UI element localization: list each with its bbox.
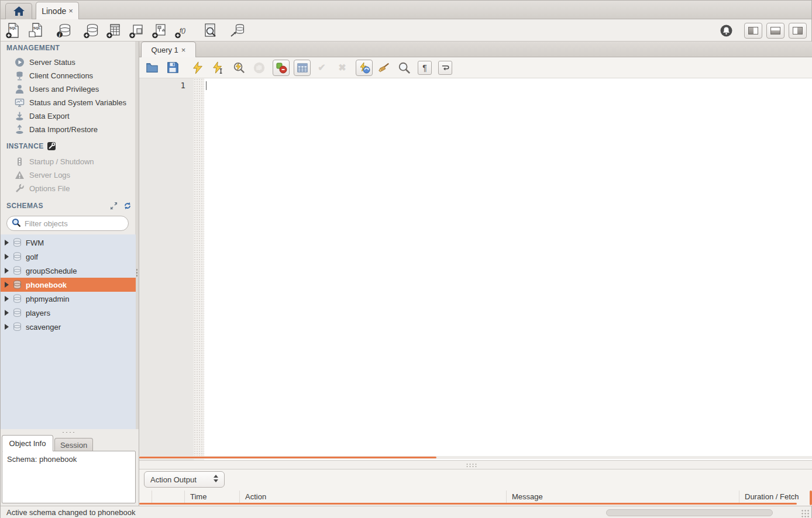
expander-icon[interactable] <box>5 324 9 330</box>
output-selector[interactable]: Action Output <box>144 471 225 488</box>
sidebar-item-options-file[interactable]: Options File <box>15 182 139 195</box>
sidebar-item-data-export[interactable]: Data Export <box>15 109 139 123</box>
toggle-right-sidebar-button[interactable] <box>789 23 807 39</box>
output-col-index[interactable] <box>152 491 185 504</box>
status-message: Active schema changed to phonebook <box>6 508 135 517</box>
close-connection-icon[interactable]: × <box>68 6 73 15</box>
notification-icon[interactable] <box>720 24 733 37</box>
schema-row-scavenger[interactable]: scavenger <box>1 320 136 334</box>
sql-editor[interactable]: 1 <box>139 78 812 460</box>
instance-header: INSTANCE <box>6 142 56 150</box>
bottom-scroll-thumb[interactable] <box>606 509 773 516</box>
object-info-panel: Schema: phonebook <box>2 451 136 503</box>
query-tab[interactable]: Query 1 × <box>141 42 196 57</box>
expander-icon[interactable] <box>5 282 9 288</box>
schema-icon <box>13 238 22 248</box>
limit-rows-toggle[interactable] <box>294 60 311 76</box>
expander-icon[interactable] <box>5 254 9 260</box>
sidebar-item-client-connections[interactable]: Client Connections <box>15 69 139 82</box>
open-sql-script-button[interactable]: SQL <box>28 22 44 39</box>
show-invisibles-button[interactable]: ¶ <box>418 61 432 75</box>
create-table-button[interactable] <box>106 22 122 39</box>
reconnect-dbms-button[interactable] <box>229 22 246 39</box>
schema-row-phpmyadmin[interactable]: phpmyadmin <box>1 292 136 306</box>
toggle-left-sidebar-button[interactable] <box>744 23 762 39</box>
schema-filter[interactable] <box>6 216 129 231</box>
tab-object-info[interactable]: Object Info <box>2 435 53 451</box>
data-export-icon <box>15 111 25 121</box>
new-sql-tab-button[interactable]: SQL <box>5 22 22 39</box>
left-panel-icon <box>748 27 758 34</box>
resize-grip-icon[interactable] <box>801 509 809 517</box>
output-hscroll-thumb[interactable] <box>139 503 797 505</box>
fold-margin <box>194 78 204 460</box>
server-status-icon <box>15 57 25 67</box>
expander-icon[interactable] <box>5 310 9 316</box>
output-vscroll-thumb[interactable] <box>810 491 812 505</box>
output-col-action[interactable]: Action <box>240 491 507 504</box>
editor-gutter: 1 <box>139 78 194 460</box>
search-table-data-button[interactable] <box>202 22 218 39</box>
open-file-button[interactable] <box>145 61 159 75</box>
autocommit-toggle[interactable] <box>356 60 373 76</box>
stop-button[interactable] <box>252 61 266 75</box>
stop-on-error-toggle[interactable] <box>273 60 290 76</box>
expander-icon[interactable] <box>5 296 9 302</box>
create-view-button[interactable] <box>129 22 145 39</box>
close-query-icon[interactable]: × <box>181 46 186 54</box>
schema-row-fwm[interactable]: FWM <box>1 236 136 250</box>
output-col-icon[interactable] <box>139 491 152 504</box>
editor-hscroll-track[interactable] <box>139 456 812 459</box>
sidebar-item-data-import[interactable]: Data Import/Restore <box>15 123 139 136</box>
text-caret <box>206 81 207 90</box>
schema-row-golf[interactable]: golf <box>1 250 136 264</box>
management-header: MANAGEMENT <box>6 44 60 52</box>
explain-button[interactable] <box>232 61 246 75</box>
system-variables-icon <box>15 98 25 108</box>
status-bar: Active schema changed to phonebook <box>1 506 811 518</box>
schema-row-players[interactable]: players <box>1 306 136 320</box>
schema-row-phonebook[interactable]: phonebook <box>1 278 136 292</box>
tab-session[interactable]: Session <box>54 438 93 451</box>
database-info-button[interactable]: i <box>56 22 72 39</box>
create-schema-button[interactable] <box>83 22 99 39</box>
expander-icon[interactable] <box>5 240 9 246</box>
home-tab[interactable] <box>5 3 32 19</box>
options-file-icon <box>15 184 25 194</box>
execute-current-button[interactable] <box>211 61 225 75</box>
sidebar-item-startup-shutdown[interactable]: Startup / Shutdown <box>15 155 139 168</box>
execute-button[interactable] <box>191 61 205 75</box>
output-splitter[interactable] <box>139 460 812 469</box>
save-button[interactable] <box>166 61 180 75</box>
sidebar-item-users-privileges[interactable]: Users and Privileges <box>15 82 139 96</box>
schema-row-groupschedule[interactable]: groupSchedule <box>1 264 136 278</box>
schema-icon <box>13 252 22 262</box>
schema-icon <box>13 266 22 276</box>
beautify-button[interactable] <box>377 61 391 75</box>
sidebar-item-system-variables[interactable]: Status and System Variables <box>15 96 139 109</box>
find-button[interactable] <box>397 61 411 75</box>
instance-wrench-icon <box>47 142 56 150</box>
rollback-button[interactable]: ✖ <box>335 61 349 75</box>
commit-button[interactable]: ✔ <box>315 61 329 75</box>
editor-hscroll-thumb[interactable] <box>139 457 436 458</box>
schema-filter-input[interactable] <box>25 219 112 228</box>
sidebar-splitter-handle[interactable] <box>136 268 138 278</box>
expand-schemas-icon[interactable] <box>110 202 118 212</box>
sidebar-item-server-logs[interactable]: Server Logs <box>15 168 139 182</box>
app-window: Linode × SQL SQL <box>0 0 812 518</box>
expander-icon[interactable] <box>5 268 9 274</box>
info-panel-splitter[interactable] <box>61 431 74 434</box>
output-col-duration[interactable]: Duration / Fetch <box>739 491 812 504</box>
schemas-header: SCHEMAS <box>6 202 43 210</box>
schema-icon <box>13 308 22 318</box>
create-function-button[interactable]: f() <box>174 22 191 39</box>
create-procedure-button[interactable] <box>152 22 168 39</box>
sidebar-item-server-status[interactable]: Server Status <box>15 56 139 69</box>
output-col-time[interactable]: Time <box>185 491 240 504</box>
connection-tab[interactable]: Linode × <box>36 2 79 19</box>
output-col-message[interactable]: Message <box>507 491 739 504</box>
toggle-output-area-button[interactable] <box>766 23 785 39</box>
refresh-schemas-icon[interactable] <box>123 202 132 212</box>
wrap-text-button[interactable] <box>438 61 452 75</box>
